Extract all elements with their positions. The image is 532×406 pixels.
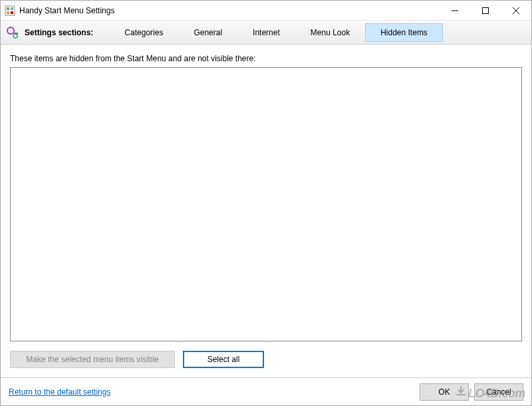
footer: Return to the default settings OK Cancel	[1, 377, 531, 405]
svg-rect-3	[7, 11, 9, 14]
close-button[interactable]	[501, 1, 531, 20]
tab-hidden-items[interactable]: Hidden Items	[365, 23, 443, 42]
hidden-items-listbox[interactable]	[10, 67, 522, 341]
tab-categories[interactable]: Categories	[109, 23, 178, 42]
hidden-items-description: These items are hidden from the Start Me…	[10, 54, 522, 63]
svg-point-9	[7, 27, 14, 34]
make-visible-button: Make the selected menu items visible	[10, 351, 175, 368]
titlebar: Handy Start Menu Settings	[1, 1, 531, 21]
svg-rect-4	[11, 11, 13, 14]
reset-defaults-link[interactable]: Return to the default settings	[9, 387, 110, 397]
tab-general[interactable]: General	[178, 23, 237, 42]
window-title: Handy Start Menu Settings	[19, 6, 440, 15]
maximize-button[interactable]	[470, 1, 501, 20]
svg-rect-2	[11, 7, 13, 10]
tab-menu-look[interactable]: Menu Look	[295, 23, 365, 42]
svg-rect-6	[483, 7, 489, 13]
tab-internet[interactable]: Internet	[237, 23, 295, 42]
content-area: These items are hidden from the Start Me…	[1, 45, 531, 377]
select-all-button[interactable]: Select all	[183, 351, 264, 368]
cancel-button[interactable]: Cancel	[474, 383, 523, 401]
window: Handy Start Menu Settings Settings secti…	[0, 0, 532, 406]
ok-button[interactable]: OK	[420, 383, 469, 401]
minimize-button[interactable]	[440, 1, 470, 20]
settings-icon	[6, 26, 19, 39]
toolbar: Settings sections: Categories General In…	[1, 21, 531, 45]
svg-rect-1	[7, 7, 9, 10]
window-controls	[440, 1, 531, 20]
sections-label: Settings sections:	[25, 28, 93, 37]
action-row: Make the selected menu items visible Sel…	[10, 351, 522, 368]
app-icon	[5, 5, 15, 16]
